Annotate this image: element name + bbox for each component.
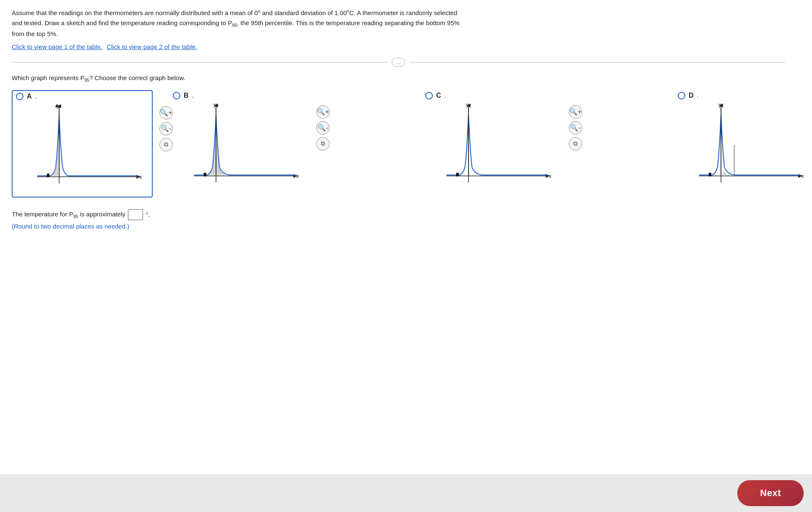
expand-c[interactable]: ⧉ <box>569 137 582 151</box>
graphs-row: A. ▲ y x <box>12 90 785 198</box>
option-c-header[interactable]: C. <box>422 90 450 99</box>
radio-a[interactable] <box>16 93 23 100</box>
option-a-graph-wrap: ▲ y x <box>13 102 152 193</box>
radio-c[interactable] <box>425 92 433 99</box>
zoom-out-c[interactable]: 🔍- <box>569 121 582 135</box>
divider: ... <box>12 58 785 67</box>
option-d[interactable]: D. y <box>674 90 812 196</box>
zoom-controls-b: 🔍+ 🔍- ⧉ <box>316 105 330 151</box>
problem-text: Assume that the readings on the thermome… <box>12 8 785 39</box>
svg-rect-25 <box>709 173 711 176</box>
svg-text:x: x <box>801 172 804 179</box>
option-b-header[interactable]: B. <box>169 90 197 99</box>
expand-b[interactable]: ⧉ <box>316 137 330 151</box>
option-c-period: . <box>445 92 446 99</box>
table-link-1[interactable]: Click to view page 1 of the table. <box>12 43 102 50</box>
graph-a-container: ▲ y x <box>23 102 148 190</box>
answer-row: The temperature for P95 is approximately… <box>12 209 785 220</box>
next-button[interactable]: Next <box>737 480 804 506</box>
divider-line-left <box>12 62 388 62</box>
option-d-label: D <box>689 92 694 99</box>
svg-rect-18 <box>456 173 459 176</box>
option-b-label: B <box>184 92 189 99</box>
zoom-in-c[interactable]: 🔍+ <box>569 105 582 119</box>
graph-b-container: y x <box>180 101 305 189</box>
hint-text: (Round to two decimal places as needed.) <box>12 223 785 230</box>
zoom-out-b[interactable]: 🔍- <box>316 121 330 135</box>
option-b-period: . <box>192 92 194 99</box>
option-b-graph-wrap: y x 🔍+ 🔍- ⧉ <box>169 101 309 192</box>
option-d-header[interactable]: D. <box>674 90 702 99</box>
degree-symbol: °. <box>146 211 150 218</box>
graph-a-svg: ▲ y x <box>23 102 148 190</box>
radio-b[interactable] <box>173 92 180 99</box>
footer-bar: Next <box>0 474 812 512</box>
option-a-period: . <box>35 93 37 100</box>
option-c[interactable]: C. y <box>422 90 561 196</box>
answer-input[interactable] <box>128 209 143 220</box>
graph-d-container: y x <box>684 101 810 189</box>
svg-rect-6 <box>47 174 49 177</box>
option-d-graph-wrap: y x 🔍+ 🔍- <box>674 101 812 192</box>
question-label: Which graph represents P95? Choose the c… <box>12 74 785 83</box>
answer-text: The temperature for P95 is approximately <box>12 211 125 219</box>
graph-c-svg: y x <box>432 101 558 189</box>
zoom-in-b[interactable]: 🔍+ <box>316 105 330 119</box>
table-link-2[interactable]: Click to view page 2 of the table. <box>107 43 197 50</box>
graph-c-container: y x <box>432 101 558 189</box>
option-d-period: . <box>697 92 699 99</box>
divider-dots: ... <box>392 58 406 67</box>
option-a-label: A <box>27 93 32 100</box>
option-a-header[interactable]: A. <box>13 91 40 100</box>
graph-d-svg: y x <box>684 101 810 189</box>
table-links: Click to view page 1 of the table. Click… <box>12 43 785 50</box>
option-a[interactable]: A. ▲ y x <box>12 90 153 198</box>
option-b[interactable]: B. y <box>169 90 309 196</box>
option-c-label: C <box>436 92 441 99</box>
svg-text:x: x <box>139 173 142 179</box>
svg-rect-12 <box>204 173 206 176</box>
graph-b-svg: y x <box>180 101 305 189</box>
divider-line-right <box>409 62 785 62</box>
radio-d[interactable] <box>678 92 685 99</box>
option-c-graph-wrap: y x 🔍+ 🔍- ⧉ <box>422 101 561 192</box>
svg-text:x: x <box>296 172 299 179</box>
zoom-controls-c: 🔍+ 🔍- ⧉ <box>569 105 582 151</box>
svg-text:x: x <box>549 172 552 179</box>
